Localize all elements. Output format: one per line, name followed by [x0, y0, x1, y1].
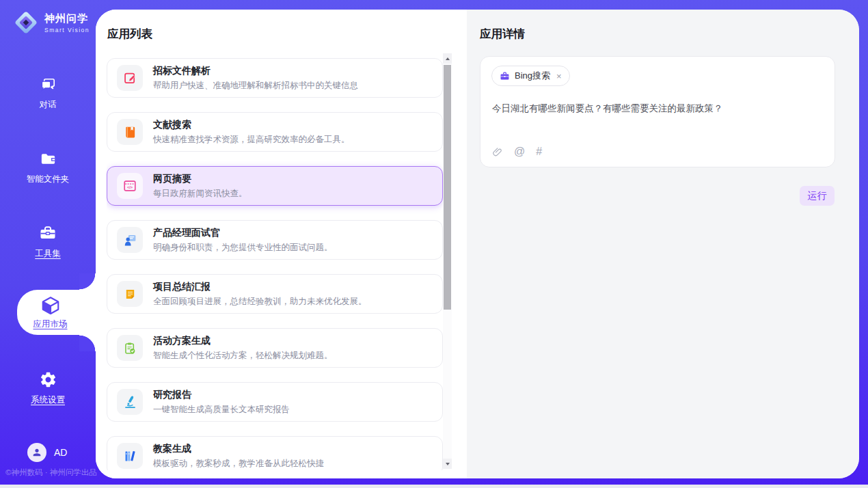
scrollbar-thumb[interactable]: [444, 65, 451, 310]
app-card-project-summary[interactable]: 项目总结汇报 全面回顾项目进展，总结经验教训，助力未来优化发展。: [107, 274, 443, 314]
edit-document-icon: [117, 65, 143, 91]
copyright-footer: ©神州数码 · 神州问学出品: [5, 467, 101, 478]
app-card-pm-interviewer[interactable]: 产品经理面试官 明确身份和职责，为您提供专业性的面试问题。: [107, 220, 443, 260]
app-desc: 明确身份和职责，为您提供专业性的面试问题。: [153, 242, 333, 254]
app-title: 产品经理面试官: [153, 227, 333, 239]
app-list-title: 应用列表: [107, 27, 152, 42]
user-account[interactable]: AD: [27, 443, 67, 462]
note-icon: [117, 281, 143, 307]
app-desc: 快速精准查找学术资源，提高研究效率的必备工具。: [153, 134, 350, 146]
user-initials: AD: [54, 447, 67, 458]
microscope-icon: [117, 389, 143, 415]
app-desc: 智能生成个性化活动方案，轻松解决规划难题。: [153, 350, 333, 362]
app-title: 招标文件解析: [153, 65, 358, 77]
app-title: 活动方案生成: [153, 335, 333, 347]
chat-icon: [39, 75, 57, 94]
triangle-down-icon: [446, 463, 450, 465]
sidebar-item-label: 工具集: [35, 248, 61, 260]
app-title: 教案生成: [153, 443, 324, 455]
app-card-bid-document-parsing[interactable]: 招标文件解析 帮助用户快速、准确地理解和解析招标书中的关键信息: [107, 58, 443, 98]
app-card-lesson-plan[interactable]: 教案生成 模板驱动，教案秒成，教学准备从此轻松快捷: [107, 436, 443, 470]
brand-gem-icon: [12, 9, 40, 36]
bubble-notch-bottom: [79, 335, 96, 351]
webpage-code-icon: </>: [117, 173, 143, 199]
app-list: 招标文件解析 帮助用户快速、准确地理解和解析招标书中的关键信息 文献搜索 快速精…: [107, 58, 443, 470]
app-card-webpage-summary[interactable]: </> 网页摘要 每日政府新闻资讯快查。: [107, 166, 443, 206]
tag-close-icon[interactable]: ×: [556, 72, 562, 81]
hash-icon[interactable]: #: [536, 146, 542, 158]
briefcase-icon: [500, 71, 510, 81]
app-detail-pane: 应用详情 Bing搜索 × 今日湖北有哪些新闻要点？有哪些需要关注的最新政策？ …: [467, 10, 859, 478]
run-button[interactable]: 运行: [800, 186, 835, 206]
prompt-input[interactable]: 今日湖北有哪些新闻要点？有哪些需要关注的最新政策？: [492, 102, 824, 116]
brand-name: 神州问学: [44, 12, 90, 25]
sidebar: 神州问学 Smart Vision 对话 智能文件夹 工具集: [0, 0, 96, 488]
mention-icon[interactable]: @: [514, 146, 525, 158]
person-icon: [31, 447, 42, 458]
book-icon: [117, 119, 143, 145]
app-title: 研究报告: [153, 389, 290, 401]
app-list-scrollbar[interactable]: [443, 53, 452, 469]
sidebar-item-settings[interactable]: 系统设置: [0, 370, 96, 406]
app-list-pane: 应用列表 招标文件解析 帮助用户快速、准确地理解和解析招标书中的关键信息: [96, 10, 467, 478]
app-card-research-report[interactable]: 研究报告 一键智能生成高质量长文本研究报告: [107, 382, 443, 422]
app-desc: 帮助用户快速、准确地理解和解析招标书中的关键信息: [153, 80, 358, 92]
scroll-down-button[interactable]: [443, 459, 452, 469]
tool-tag-label: Bing搜索: [515, 70, 550, 82]
folder-icon: [39, 150, 57, 168]
cube-icon: [40, 295, 61, 316]
brand-logo: 神州问学 Smart Vision: [12, 9, 90, 36]
app-title: 网页摘要: [153, 173, 247, 185]
app-desc: 每日政府新闻资讯快查。: [153, 188, 247, 200]
app-card-literature-search[interactable]: 文献搜索 快速精准查找学术资源，提高研究效率的必备工具。: [107, 112, 443, 152]
gear-icon: [39, 370, 57, 389]
main-content: 应用列表 招标文件解析 帮助用户快速、准确地理解和解析招标书中的关键信息: [96, 10, 859, 478]
sidebar-item-label: 应用市场: [33, 318, 68, 330]
svg-text:</>: </>: [127, 185, 133, 189]
app-title: 文献搜索: [153, 119, 350, 131]
app-title: 项目总结汇报: [153, 281, 367, 293]
bubble-notch-top: [79, 273, 96, 290]
interviewer-icon: [117, 227, 143, 253]
app-desc: 一键智能生成高质量长文本研究报告: [153, 404, 290, 416]
scroll-up-button[interactable]: [443, 53, 452, 64]
sidebar-item-label: 智能文件夹: [27, 174, 70, 185]
books-icon: [117, 443, 143, 469]
sidebar-item-toolset[interactable]: 工具集: [0, 223, 96, 260]
sidebar-item-label: 对话: [40, 99, 57, 111]
sidebar-item-smart-folder[interactable]: 智能文件夹: [0, 150, 96, 185]
clipboard-check-icon: [117, 335, 143, 361]
attachment-toolbar: @ #: [492, 146, 542, 158]
toolbox-icon: [38, 223, 57, 243]
brand-subtitle: Smart Vision: [44, 27, 90, 33]
app-detail-title: 应用详情: [480, 27, 525, 42]
prompt-input-card[interactable]: Bing搜索 × 今日湖北有哪些新闻要点？有哪些需要关注的最新政策？ @ #: [480, 56, 835, 167]
avatar: [27, 443, 46, 462]
sidebar-item-app-market[interactable]: 应用市场: [17, 290, 96, 335]
triangle-up-icon: [446, 57, 450, 60]
app-card-event-plan[interactable]: 活动方案生成 智能生成个性化活动方案，轻松解决规划难题。: [107, 328, 443, 368]
sidebar-item-chat[interactable]: 对话: [0, 75, 96, 111]
paperclip-icon[interactable]: [492, 146, 503, 158]
bottom-edge-strip: [0, 485, 868, 488]
app-desc: 模板驱动，教案秒成，教学准备从此轻松快捷: [153, 458, 324, 470]
app-desc: 全面回顾项目进展，总结经验教训，助力未来优化发展。: [153, 296, 367, 308]
sidebar-item-label: 系统设置: [31, 394, 65, 406]
tool-tag-bing-search[interactable]: Bing搜索 ×: [491, 66, 570, 86]
